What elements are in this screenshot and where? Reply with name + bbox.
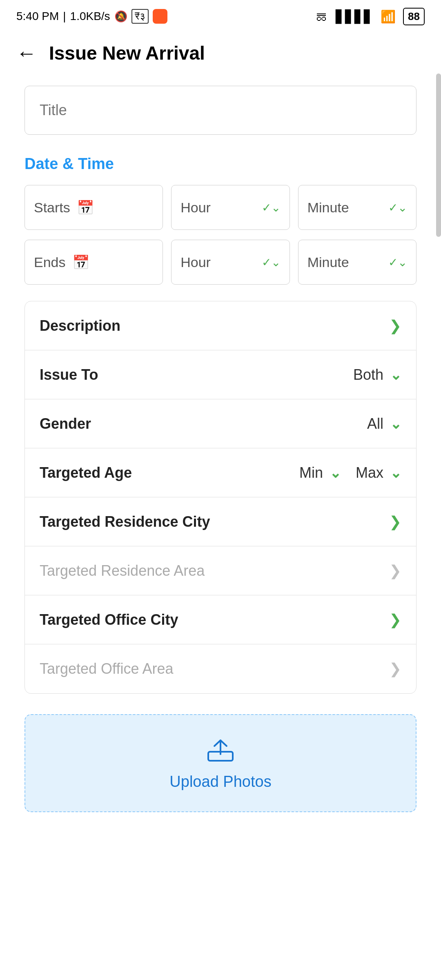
targeted-residence-city-row[interactable]: Targeted Residence City ❯ [25,497,416,546]
separator: | [63,10,66,23]
bluetooth-icon: ⯹ [315,9,328,24]
targeted-residence-area-right: ❯ [389,562,401,579]
targeted-office-city-row[interactable]: Targeted Office City ❯ [25,595,416,644]
upload-icon-wrap [206,736,235,765]
mute-icon: 🔕 [114,10,127,23]
starts-minute-label: Minute [307,200,349,216]
targeted-residence-area-label: Targeted Residence Area [40,562,205,579]
ends-minute-select[interactable]: Minute ✓⌄ [298,240,416,285]
status-bar: 5:40 PM | 1.0KB/s 🔕 ₹३ ⯹ ▋▋▋▋ 📶 88 [0,0,441,33]
targeted-office-city-label: Targeted Office City [40,611,178,628]
ends-hour-select[interactable]: Hour ✓⌄ [171,240,290,285]
starts-hour-label: Hour [180,200,211,216]
ends-calendar-icon: 📅 [72,254,89,270]
form-content: Date & Time Starts 📅 Hour ✓⌄ Minute ✓⌄ E… [0,74,441,841]
targeted-residence-city-chevron: ❯ [389,513,401,530]
ends-row: Ends 📅 Hour ✓⌄ Minute ✓⌄ [24,240,416,285]
description-row[interactable]: Description ❯ [25,301,416,350]
date-time-section-label: Date & Time [24,155,416,173]
targeted-office-city-right: ❯ [389,611,401,628]
gender-value: All [367,415,383,432]
signal-icon: ▋▋▋▋ [336,9,373,24]
header: ← Issue New Arrival [0,33,441,74]
upload-photos-label: Upload Photos [169,773,271,791]
time: 5:40 PM [16,10,59,23]
targeted-age-label: Targeted Age [40,464,132,481]
starts-hour-chevron: ✓⌄ [262,201,281,214]
targeted-office-area-right: ❯ [389,660,401,677]
status-left: 5:40 PM | 1.0KB/s 🔕 ₹३ [16,9,167,24]
upload-icon [206,736,235,765]
issue-to-right: Both ⌄ [353,366,401,383]
options-card: Description ❯ Issue To Both ⌄ Gender All… [24,301,416,694]
issue-to-chevron: ⌄ [390,367,401,383]
issue-to-label: Issue To [40,366,98,383]
targeted-age-right: Min ⌄ Max ⌄ [299,464,401,481]
targeted-office-area-label: Targeted Office Area [40,660,174,677]
status-right: ⯹ ▋▋▋▋ 📶 88 [315,8,425,25]
description-label: Description [40,317,120,334]
issue-to-value: Both [353,366,383,383]
targeted-age-min: Min [299,464,323,481]
gender-label: Gender [40,415,91,432]
ends-minute-label: Minute [307,254,349,270]
back-button[interactable]: ← [16,41,37,65]
description-right: ❯ [389,317,401,334]
targeted-age-max: Max [356,464,383,481]
gender-row[interactable]: Gender All ⌄ [25,399,416,448]
description-chevron: ❯ [389,317,401,334]
ends-hour-label: Hour [180,254,211,270]
ends-minute-chevron: ✓⌄ [388,256,407,269]
title-input[interactable] [24,86,416,135]
battery-level: 88 [408,10,420,22]
min-chevron: ⌄ [330,465,341,481]
targeted-office-area-row[interactable]: Targeted Office Area ❯ [25,644,416,693]
ends-box[interactable]: Ends 📅 [24,240,163,285]
targeted-age-row[interactable]: Targeted Age Min ⌄ Max ⌄ [25,448,416,497]
starts-box[interactable]: Starts 📅 [24,185,163,230]
targeted-office-area-chevron: ❯ [389,660,401,677]
upload-photos-box[interactable]: Upload Photos [24,714,416,812]
wifi-icon: 📶 [381,9,396,24]
starts-calendar-icon: 📅 [77,199,94,216]
scrollbar[interactable] [436,74,441,237]
gender-right: All ⌄ [367,415,401,432]
max-chevron: ⌄ [390,465,401,481]
ends-hour-chevron: ✓⌄ [262,256,281,269]
issue-to-row[interactable]: Issue To Both ⌄ [25,350,416,399]
targeted-residence-area-chevron: ❯ [389,562,401,579]
starts-row: Starts 📅 Hour ✓⌄ Minute ✓⌄ [24,185,416,230]
starts-minute-select[interactable]: Minute ✓⌄ [298,185,416,230]
ends-label: Ends [34,254,66,270]
battery-indicator: 88 [403,8,425,25]
targeted-office-city-chevron: ❯ [389,611,401,628]
starts-label: Starts [34,200,70,216]
starts-hour-select[interactable]: Hour ✓⌄ [171,185,290,230]
targeted-residence-city-right: ❯ [389,513,401,530]
targeted-residence-area-row[interactable]: Targeted Residence Area ❯ [25,546,416,595]
starts-minute-chevron: ✓⌄ [388,201,407,214]
network-speed: 1.0KB/s [70,10,110,23]
gender-chevron: ⌄ [390,416,401,432]
page-title: Issue New Arrival [49,42,205,64]
targeted-residence-city-label: Targeted Residence City [40,513,210,530]
rupee-icon: ₹३ [131,9,149,24]
notification-icon [153,9,167,24]
